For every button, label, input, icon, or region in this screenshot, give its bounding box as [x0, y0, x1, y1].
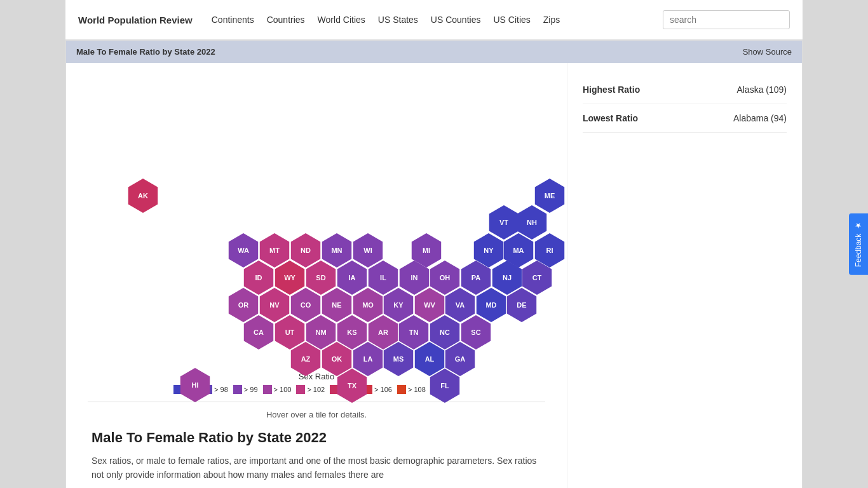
state-OH[interactable]: OH [428, 261, 462, 295]
state-IA[interactable]: IA [335, 261, 369, 295]
article-title: Male To Female Ratio by State 2022 [92, 430, 541, 446]
state-MN[interactable]: MN [320, 233, 354, 268]
state-OR[interactable]: OR [226, 288, 261, 322]
state-ND[interactable]: ND [288, 233, 323, 268]
state-WI[interactable]: WI [351, 233, 385, 268]
lowest-ratio-row: Lowest Ratio Alabama (94) [583, 104, 787, 133]
lowest-ratio-label: Lowest Ratio [583, 113, 638, 123]
state-MT[interactable]: MT [257, 233, 292, 268]
state-WY[interactable]: WY [273, 261, 307, 295]
lowest-ratio-value: Alabama (94) [733, 113, 787, 123]
legend-swatch-4 [296, 385, 305, 394]
navigation: World Population Review Continents Count… [65, 0, 803, 40]
state-CA[interactable]: CA [241, 315, 276, 349]
highest-ratio-label: Highest Ratio [583, 85, 640, 95]
nav-link-continents[interactable]: Continents [212, 15, 254, 25]
legend-divider [88, 402, 545, 402]
feedback-tab[interactable]: ★ Feedback [849, 214, 868, 275]
nav-brand[interactable]: World Population Review [78, 15, 193, 25]
state-IL[interactable]: IL [366, 261, 400, 295]
show-source-link[interactable]: Show Source [743, 47, 792, 57]
nav-link-zips[interactable]: Zips [543, 15, 560, 25]
highest-ratio-value: Alaska (109) [736, 85, 787, 95]
state-NE[interactable]: NE [320, 288, 354, 322]
legend: Sex Ratio < 96 > 98 [88, 372, 545, 394]
article-section: Male To Female Ratio by State 2022 Sex r… [79, 430, 554, 488]
legend-label-6: > 106 [374, 386, 392, 393]
hover-hint: Hover over a tile for details. [88, 410, 545, 419]
search-input[interactable] [663, 10, 790, 29]
nav-links: Continents Countries World Cities US Sta… [212, 15, 663, 25]
legend-label-3: > 100 [274, 386, 292, 393]
legend-item-2: > 99 [233, 385, 258, 394]
feedback-label: Feedback [854, 234, 863, 268]
highest-ratio-row: Highest Ratio Alaska (109) [583, 76, 787, 104]
nav-link-world-cities[interactable]: World Cities [318, 15, 365, 25]
legend-label-1: > 98 [214, 386, 228, 393]
nav-link-us-cities[interactable]: US Cities [493, 15, 530, 25]
state-SD[interactable]: SD [304, 261, 338, 295]
state-WA[interactable]: WA [226, 233, 261, 268]
nav-link-us-counties[interactable]: US Counties [431, 15, 481, 25]
legend-swatch-7 [397, 385, 406, 394]
nav-link-us-states[interactable]: US States [378, 15, 418, 25]
legend-label-7: > 108 [408, 386, 426, 393]
search-container [663, 10, 790, 29]
state-MD[interactable]: MD [474, 288, 508, 322]
content-area: Male To Female Ratio by State 2022 Show … [65, 40, 803, 488]
hex-grid: AK ME VT NH WA MT ND MN WI MI NY [88, 76, 545, 362]
legend-item-7: > 108 [397, 385, 426, 394]
state-ID[interactable]: ID [241, 261, 276, 295]
hex-map-container: AK ME VT NH WA MT ND MN WI MI NY [88, 76, 545, 419]
article-text: Sex ratios, or male to female ratios, ar… [92, 454, 541, 482]
state-MO[interactable]: MO [351, 288, 385, 322]
section-header-title: Male To Female Ratio by State 2022 [76, 47, 215, 57]
main-layout: AK ME VT NH WA MT ND MN WI MI NY [66, 63, 802, 488]
legend-item-3: > 100 [263, 385, 292, 394]
legend-item-6: > 106 [363, 385, 392, 394]
section-header: Male To Female Ratio by State 2022 Show … [66, 41, 802, 63]
nav-link-countries[interactable]: Countries [267, 15, 305, 25]
side-panel: Highest Ratio Alaska (109) Lowest Ratio … [567, 63, 802, 488]
legend-title: Sex Ratio [88, 372, 545, 381]
state-NV[interactable]: NV [257, 288, 292, 322]
legend-label-2: > 99 [244, 386, 258, 393]
state-AK[interactable]: AK [126, 179, 160, 213]
legend-swatch-2 [233, 385, 242, 394]
state-ME[interactable]: ME [532, 179, 567, 213]
legend-item-4: > 102 [296, 385, 325, 394]
state-CO[interactable]: CO [288, 288, 323, 322]
legend-label-4: > 102 [307, 386, 325, 393]
state-KY[interactable]: KY [381, 288, 416, 322]
state-WV[interactable]: WV [412, 288, 447, 322]
legend-items: < 96 > 98 > 99 [88, 385, 545, 394]
legend-swatch-3 [263, 385, 272, 394]
map-section: AK ME VT NH WA MT ND MN WI MI NY [66, 63, 567, 488]
state-VT[interactable]: VT [487, 205, 521, 240]
state-VA[interactable]: VA [443, 288, 477, 322]
